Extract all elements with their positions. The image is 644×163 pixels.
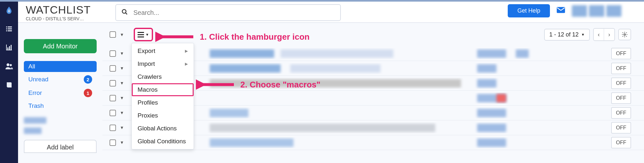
submenu-caret-icon: ▶ (185, 49, 188, 53)
row-content-blurred (136, 137, 611, 148)
pager-nav: ‹ › (593, 28, 615, 41)
hamburger-icon (138, 32, 144, 37)
pager-range[interactable]: 1 - 12 of 12 ▼ (544, 29, 590, 41)
sidebar-item-trash[interactable]: Trash (24, 100, 97, 111)
row-checkbox[interactable] (110, 95, 116, 101)
sidebar: Add Monitor All Unread 2 Error 1 Trash A… (18, 23, 102, 163)
svg-rect-9 (9, 46, 10, 50)
svg-rect-4 (6, 30, 7, 31)
main: ▼ ▼ Export ▶ Import ▶ Crawlers (102, 23, 644, 163)
search-box[interactable] (115, 4, 341, 21)
get-help-button[interactable]: Get Help (508, 4, 550, 17)
row-caret-icon[interactable]: ▼ (120, 110, 124, 115)
sidebar-item-label: Unread (28, 76, 48, 83)
sidebar-labels-blurred (24, 117, 97, 134)
svg-point-11 (6, 63, 9, 66)
svg-rect-3 (8, 28, 12, 29)
row-checkbox[interactable] (110, 50, 116, 57)
list-icon[interactable] (5, 24, 14, 33)
row-toggle-off[interactable]: OFF (611, 77, 631, 89)
row-content-blurred (136, 63, 611, 74)
row-checkbox[interactable] (110, 65, 116, 72)
pager-prev-button[interactable]: ‹ (594, 29, 604, 40)
menu-item-crawlers[interactable]: Crawlers (132, 70, 194, 83)
team-icon[interactable] (5, 62, 14, 71)
hamburger-menu: Export ▶ Import ▶ Crawlers Macros Profil… (131, 43, 194, 149)
select-all-caret-icon[interactable]: ▼ (120, 32, 124, 37)
add-label-button[interactable]: Add label (24, 140, 97, 153)
menu-item-label: Crawlers (138, 73, 162, 80)
row-toggle-off[interactable]: OFF (611, 48, 631, 59)
row-checkbox[interactable] (110, 125, 116, 131)
row-caret-icon[interactable]: ▼ (120, 66, 124, 71)
menu-item-import[interactable]: Import ▶ (132, 57, 194, 70)
row-toggle-off[interactable]: OFF (611, 92, 631, 104)
add-monitor-button[interactable]: Add Monitor (24, 39, 97, 53)
user-chip[interactable] (572, 5, 621, 17)
svg-rect-10 (11, 45, 12, 50)
logo-icon[interactable] (5, 5, 14, 15)
menu-item-label: Profiles (138, 99, 158, 106)
chart-icon[interactable] (5, 43, 14, 52)
row-content-blurred (136, 107, 611, 118)
row-caret-icon[interactable]: ▼ (120, 140, 124, 145)
settings-button[interactable] (618, 29, 631, 40)
row-content-blurred (136, 48, 611, 59)
menu-item-macros[interactable]: Macros (132, 83, 194, 96)
row-checkbox[interactable] (110, 80, 116, 87)
svg-rect-7 (6, 50, 12, 50)
menu-item-proxies[interactable]: Proxies (132, 109, 194, 122)
chevron-down-icon: ▼ (581, 33, 585, 36)
hamburger-menu-button[interactable]: ▼ (134, 28, 153, 41)
sidebar-item-all[interactable]: All (24, 61, 97, 72)
menu-item-label: Global Conditions (138, 138, 186, 145)
menu-item-global-conditions[interactable]: Global Conditions (132, 135, 194, 148)
row-caret-icon[interactable]: ▼ (120, 125, 124, 130)
error-badge: 1 (84, 89, 92, 97)
svg-rect-1 (8, 26, 12, 27)
menu-item-label: Import (138, 60, 155, 67)
svg-point-13 (122, 9, 126, 13)
search-icon (116, 9, 133, 17)
sidebar-item-error[interactable]: Error 1 (24, 87, 97, 99)
row-content-blurred (136, 93, 611, 104)
menu-item-export[interactable]: Export ▶ (132, 45, 194, 57)
row-caret-icon[interactable]: ▼ (120, 51, 124, 56)
menu-item-profiles[interactable]: Profiles (132, 96, 194, 109)
svg-line-14 (126, 13, 127, 14)
menu-item-label: Export (138, 47, 155, 55)
book-icon[interactable] (5, 80, 14, 89)
svg-rect-8 (7, 47, 8, 50)
svg-rect-6 (6, 45, 7, 50)
select-all-checkbox[interactable] (110, 31, 116, 38)
page-subtitle: CLOUD - DISTILL'S SERV… (26, 16, 106, 21)
sidebar-item-unread[interactable]: Unread 2 (24, 73, 97, 86)
search-input[interactable] (133, 9, 340, 16)
row-toggle-off[interactable]: OFF (611, 137, 631, 148)
row-toggle-off[interactable]: OFF (611, 63, 631, 74)
row-caret-icon[interactable]: ▼ (120, 96, 124, 100)
svg-rect-0 (6, 26, 7, 27)
row-checkbox[interactable] (110, 139, 116, 146)
row-caret-icon[interactable]: ▼ (120, 81, 124, 86)
pager-text: 1 - 12 of 12 (549, 31, 579, 38)
sidebar-item-label: All (28, 63, 35, 70)
sidebar-item-label: Error (28, 89, 42, 97)
menu-item-global-actions[interactable]: Global Actions (132, 122, 194, 135)
svg-point-16 (624, 34, 626, 36)
pager-next-button[interactable]: › (604, 29, 614, 40)
svg-rect-2 (6, 28, 7, 29)
svg-point-12 (10, 64, 12, 66)
row-checkbox[interactable] (110, 110, 116, 116)
mail-icon[interactable] (556, 6, 565, 16)
sidebar-item-label: Trash (28, 102, 44, 109)
row-toggle-off[interactable]: OFF (611, 122, 631, 134)
row-toggle-off[interactable]: OFF (611, 107, 631, 119)
row-content-blurred (136, 78, 611, 89)
gear-icon (621, 31, 628, 38)
page-title: WATCHLIST (26, 4, 106, 16)
app-rail (0, 2, 18, 163)
menu-item-label: Macros (138, 86, 158, 93)
row-content-blurred (136, 122, 611, 133)
submenu-caret-icon: ▶ (185, 62, 188, 66)
